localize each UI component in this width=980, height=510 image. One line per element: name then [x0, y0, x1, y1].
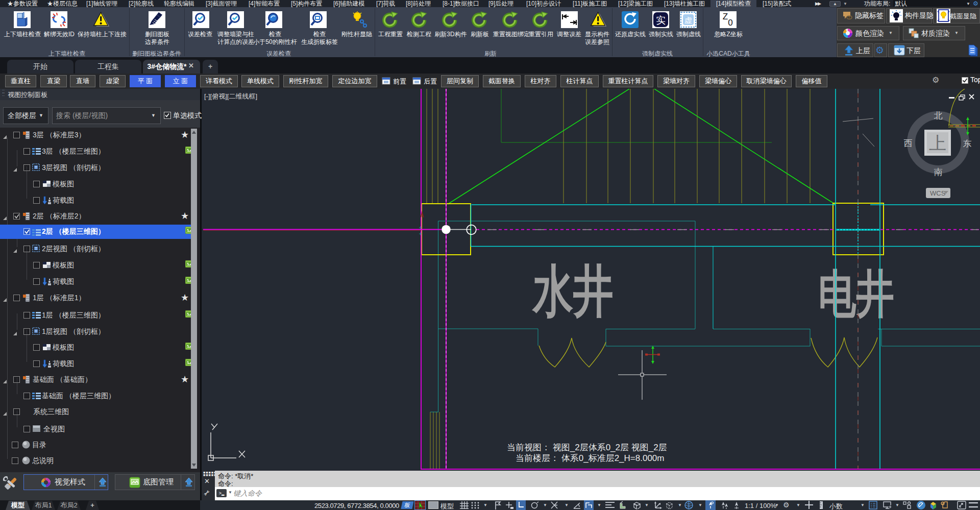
svg-text:WCS: WCS — [930, 189, 946, 197]
svg-text:当前楼层： 体系0_标准层2_H=8.000m: 当前楼层： 体系0_标准层2_H=8.000m — [516, 453, 664, 463]
svg-text:北: 北 — [934, 111, 943, 120]
svg-text:实: 实 — [656, 15, 666, 26]
svg-text:西: 西 — [904, 138, 913, 148]
svg-text:东: 东 — [963, 139, 972, 149]
svg-text:虚: 虚 — [684, 16, 692, 25]
svg-text:当前视图： 视图_2层体系0_2层 视图_2层: 当前视图： 视图_2层体系0_2层 视图_2层 — [507, 443, 667, 452]
svg-text:0: 0 — [728, 18, 732, 28]
svg-text:水井: 水井 — [532, 259, 614, 322]
svg-text:[-][俯视][二维线框]: [-][俯视][二维线框] — [204, 92, 257, 100]
svg-text:Z: Z — [723, 12, 728, 21]
svg-text:上: 上 — [929, 133, 946, 153]
svg-text:电井: 电井 — [818, 265, 894, 322]
svg-text:南: 南 — [934, 167, 943, 177]
